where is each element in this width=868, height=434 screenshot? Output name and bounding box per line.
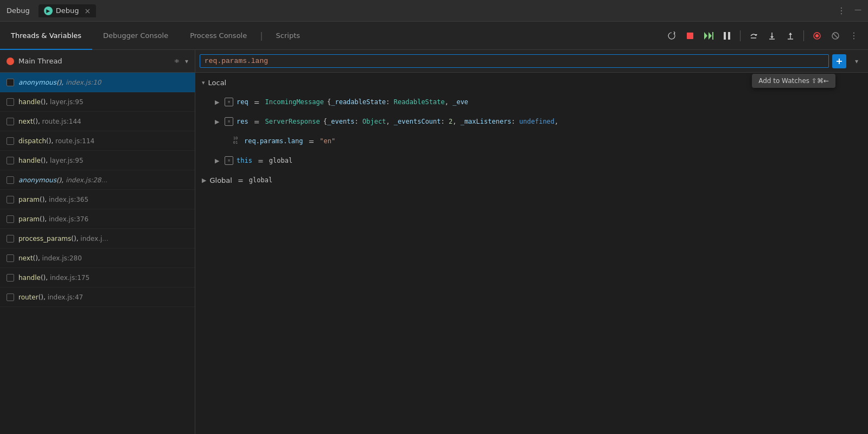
close-tab-button[interactable]: ×: [85, 7, 91, 15]
tab-separator: |: [258, 30, 265, 41]
stack-item-6[interactable]: param(), index.js:365: [0, 190, 195, 209]
debug-tab-icon: ▶: [44, 7, 53, 15]
stack-item-1[interactable]: handle(), layer.js:95: [0, 92, 195, 112]
debug-tab[interactable]: ▶ Debug ×: [39, 4, 97, 17]
this-eq: =: [258, 157, 264, 165]
stack-item-7[interactable]: param(), index.js:376: [0, 209, 195, 229]
watch-input-row: + ▾: [195, 50, 868, 73]
stack-item-5[interactable]: anonymous(), index.js:28...: [0, 170, 195, 190]
stack-item-2[interactable]: next(), route.js:144: [0, 112, 195, 131]
res-expand-icon: ▶: [215, 118, 221, 125]
pause-button[interactable]: [719, 28, 735, 43]
lang-name: req.params.lang: [244, 137, 303, 145]
global-chevron-icon: ▶: [202, 177, 206, 184]
restart-button[interactable]: [664, 28, 679, 43]
res-name: res: [237, 118, 248, 125]
left-panel: Main Thread ⧧ ▾ anonymous(), index.js:10…: [0, 50, 195, 434]
action-separator-1: [740, 30, 741, 41]
stack-checkbox-11: [7, 293, 14, 301]
watch-expression-input[interactable]: [200, 54, 829, 68]
stack-checkbox-4: [7, 157, 14, 164]
svg-marker-2: [709, 32, 712, 40]
res-value: {_events: Object, _eventsCount: 2, _maxL…: [323, 118, 559, 125]
step-over-icon: [749, 31, 758, 40]
global-section-header[interactable]: ▶ Global = global: [195, 170, 868, 190]
tab-scripts[interactable]: Scripts: [265, 22, 311, 50]
action-separator-2: [803, 30, 804, 41]
step-into-button[interactable]: [764, 28, 780, 43]
stack-item-0[interactable]: anonymous(), index.js:10: [0, 73, 195, 92]
local-section-header[interactable]: ▾ Local: [195, 73, 868, 92]
stack-checkbox-6: [7, 196, 14, 203]
stack-item-4[interactable]: handle(), layer.js:95: [0, 151, 195, 170]
stack-func-10: handle(), index.js:175: [18, 274, 90, 282]
svg-point-15: [815, 34, 819, 37]
this-name: this: [237, 157, 252, 164]
stack-item-9[interactable]: next(), index.js:280: [0, 248, 195, 268]
stack-func-6: param(), index.js:365: [18, 196, 88, 203]
window-controls: ⋮ —: [837, 5, 861, 16]
stack-item-11[interactable]: router(), index.js:47: [0, 288, 195, 307]
stop-button[interactable]: [682, 28, 698, 43]
breakpoints-button[interactable]: [809, 28, 825, 43]
svg-rect-3: [712, 32, 713, 40]
continue-button[interactable]: [701, 28, 716, 43]
filter-icon[interactable]: ⧧: [173, 57, 181, 66]
req-expand-icon: ▶: [215, 99, 221, 106]
deactivate-icon: [832, 32, 839, 40]
thread-dropdown-icon[interactable]: ▾: [185, 58, 188, 65]
minimize-button[interactable]: —: [854, 5, 861, 16]
tab-threads-variables[interactable]: Threads & Variables: [0, 22, 92, 50]
more-debug-options-button[interactable]: ⋮: [846, 28, 861, 43]
add-watch-button[interactable]: +: [832, 54, 846, 68]
lang-linenum-icon: 1001: [230, 137, 241, 145]
stack-func-0: anonymous(), index.js:10: [18, 79, 101, 86]
var-req-row[interactable]: ▶ ≡ req = IncomingMessage {_readableStat…: [195, 92, 868, 112]
stack-func-3: dispatch(), route.js:114: [18, 137, 94, 145]
var-res-row[interactable]: ▶ ≡ res = ServerResponse {_events: Objec…: [195, 112, 868, 131]
req-value: {_readableState: ReadableState, _eve: [327, 98, 468, 106]
lang-eq: =: [308, 137, 314, 145]
debug-tab-label: Debug: [56, 7, 79, 15]
thread-name: Main Thread: [18, 57, 169, 65]
local-label: Local: [208, 79, 227, 87]
toolbar: Threads & Variables Debugger Console Pro…: [0, 22, 868, 50]
step-out-button[interactable]: [783, 28, 798, 43]
stack-item-10[interactable]: handle(), index.js:175: [0, 268, 195, 288]
more-debug-icon: ⋮: [850, 30, 858, 41]
svg-rect-4: [724, 32, 726, 40]
stack-checkbox-8: [7, 235, 14, 242]
stack-checkbox-10: [7, 274, 14, 282]
req-name: req: [237, 98, 248, 106]
stack-func-2: next(), route.js:144: [18, 118, 81, 125]
app-title: Debug: [7, 7, 30, 15]
stack-func-7: param(), index.js:376: [18, 215, 88, 223]
var-lang-row[interactable]: 1001 req.params.lang = "en": [195, 131, 868, 151]
svg-marker-1: [704, 32, 707, 40]
more-options-icon[interactable]: ⋮: [837, 5, 846, 16]
stop-icon: [686, 32, 694, 40]
stack-item-8[interactable]: process_params(), index.j...: [0, 229, 195, 248]
tab-debugger-console[interactable]: Debugger Console: [92, 22, 179, 50]
svg-marker-12: [789, 33, 792, 35]
breakpoints-icon: [813, 32, 821, 40]
pause-icon: [724, 32, 730, 40]
tab-process-console[interactable]: Process Console: [179, 22, 258, 50]
req-var-icon: ≡: [225, 98, 233, 106]
svg-line-17: [833, 34, 838, 38]
deactivate-breakpoints-button[interactable]: [828, 28, 843, 43]
debug-actions: ⋮: [658, 28, 868, 43]
step-over-button[interactable]: [746, 28, 761, 43]
stack-checkbox-1: [7, 98, 14, 106]
req-type: IncomingMessage: [265, 98, 324, 106]
stack-checkbox-2: [7, 118, 14, 125]
restart-icon: [667, 31, 676, 40]
variables-panel: ▾ Local ▶ ≡ req = IncomingMessage {_read…: [195, 73, 868, 434]
var-this-row[interactable]: ▶ ≡ this = global: [195, 151, 868, 170]
req-eq: =: [254, 98, 260, 106]
add-icon: +: [835, 56, 843, 66]
res-eq: =: [254, 118, 260, 126]
stack-item-3[interactable]: dispatch(), route.js:114: [0, 131, 195, 151]
call-stack: anonymous(), index.js:10 handle(), layer…: [0, 73, 195, 434]
watch-dropdown-button[interactable]: ▾: [850, 54, 864, 68]
